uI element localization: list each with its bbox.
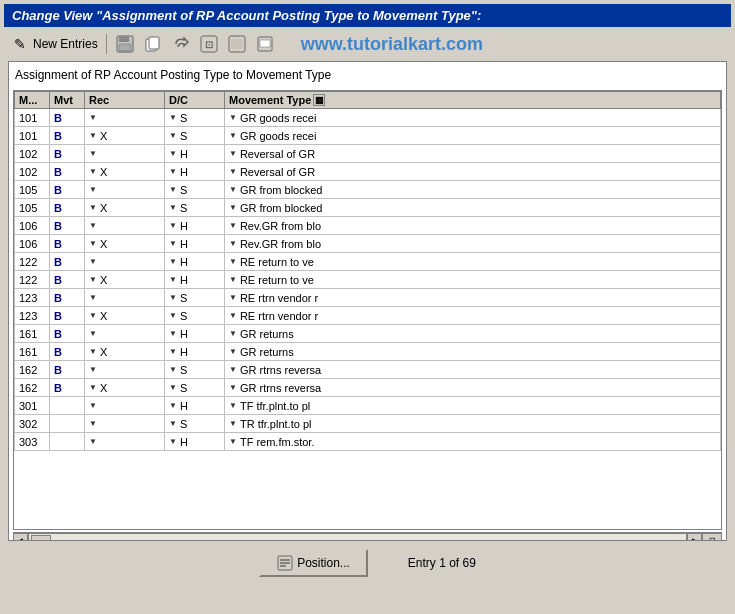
scroll-right-button[interactable]: ► [687, 533, 702, 541]
table-row[interactable]: 161B▼X▼H▼GR returns [15, 343, 721, 361]
scroll-track-h [28, 533, 687, 541]
cell-dc[interactable]: ▼H [165, 217, 225, 235]
cell-rec[interactable]: ▼ [85, 217, 165, 235]
cell-rec[interactable]: ▼ [85, 181, 165, 199]
cell-m: 101 [15, 127, 50, 145]
table-row[interactable]: 162B▼X▼S▼GR rtrns reversa [15, 379, 721, 397]
bottom-scrollbar[interactable]: ◄ ► ⊡ [13, 532, 722, 541]
cell-rec[interactable]: ▼ [85, 253, 165, 271]
cell-rec[interactable]: ▼ [85, 397, 165, 415]
cell-dc[interactable]: ▼S [165, 307, 225, 325]
toolbar-save-button[interactable] [113, 33, 137, 55]
cell-rec[interactable]: ▼X [85, 307, 165, 325]
table-row[interactable]: 303▼▼H▼TF rem.fm.stor. [15, 433, 721, 451]
cell-m: 123 [15, 289, 50, 307]
cell-dc[interactable]: ▼H [165, 271, 225, 289]
table-row[interactable]: 161B▼▼H▼GR returns [15, 325, 721, 343]
new-entries-button[interactable]: ✎ New Entries [8, 33, 100, 55]
toolbar-refresh-button[interactable]: ⊡ [197, 33, 221, 55]
cell-rec[interactable]: ▼ [85, 361, 165, 379]
cell-mvt: B [50, 343, 85, 361]
col-header-rec: Rec [85, 92, 165, 109]
cell-rec[interactable]: ▼X [85, 379, 165, 397]
table-row[interactable]: 102B▼X▼H▼Reversal of GR [15, 163, 721, 181]
cell-movtype: ▼TF tfr.plnt.to pl [225, 397, 721, 415]
main-panel: Assignment of RP Account Posting Type to… [8, 61, 727, 541]
cell-dc[interactable]: ▼H [165, 253, 225, 271]
cell-rec[interactable]: ▼ [85, 145, 165, 163]
cell-rec[interactable]: ▼ [85, 109, 165, 127]
cell-m: 101 [15, 109, 50, 127]
table-row[interactable]: 105B▼X▼S▼GR from blocked [15, 199, 721, 217]
scroll-left-button[interactable]: ◄ [13, 533, 28, 541]
table-row[interactable]: 105B▼▼S▼GR from blocked [15, 181, 721, 199]
toolbar-undo-button[interactable] [169, 33, 193, 55]
table-row[interactable]: 122B▼X▼H▼RE return to ve [15, 271, 721, 289]
toolbar-separator-1 [106, 34, 107, 54]
position-button[interactable]: Position... [259, 549, 368, 577]
cell-m: 123 [15, 307, 50, 325]
table-row[interactable]: 102B▼▼H▼Reversal of GR [15, 145, 721, 163]
cell-movtype: ▼TF rem.fm.stor. [225, 433, 721, 451]
new-entries-icon: ✎ [10, 34, 30, 54]
toolbar-print-button[interactable] [253, 33, 277, 55]
cell-rec[interactable]: ▼ [85, 433, 165, 451]
table-row[interactable]: 101B▼▼S▼GR goods recei [15, 109, 721, 127]
cell-m: 106 [15, 235, 50, 253]
col-settings-button[interactable]: ▦ [313, 94, 325, 106]
cell-movtype: ▼GR from blocked [225, 181, 721, 199]
table-row[interactable]: 123B▼X▼S▼RE rtrn vendor r [15, 307, 721, 325]
cell-mvt: B [50, 361, 85, 379]
cell-dc[interactable]: ▼H [165, 433, 225, 451]
cell-dc[interactable]: ▼S [165, 109, 225, 127]
cell-movtype: ▼GR returns [225, 325, 721, 343]
cell-mvt: B [50, 253, 85, 271]
table-row[interactable]: 162B▼▼S▼GR rtrns reversa [15, 361, 721, 379]
undo-icon [171, 34, 191, 54]
cell-dc[interactable]: ▼H [165, 145, 225, 163]
cell-mvt: B [50, 307, 85, 325]
cell-m: 161 [15, 343, 50, 361]
cell-dc[interactable]: ▼S [165, 181, 225, 199]
cell-dc[interactable]: ▼S [165, 415, 225, 433]
scroll-settings-button[interactable]: ⊡ [702, 533, 722, 541]
table-row[interactable]: 106B▼X▼H▼Rev.GR from blo [15, 235, 721, 253]
cell-rec[interactable]: ▼X [85, 235, 165, 253]
toolbar-info-button[interactable] [225, 33, 249, 55]
table-row[interactable]: 301▼▼H▼TF tfr.plnt.to pl [15, 397, 721, 415]
table-row[interactable]: 101B▼X▼S▼GR goods recei [15, 127, 721, 145]
cell-rec[interactable]: ▼X [85, 127, 165, 145]
cell-mvt: B [50, 271, 85, 289]
cell-m: 303 [15, 433, 50, 451]
cell-dc[interactable]: ▼H [165, 163, 225, 181]
cell-rec[interactable]: ▼ [85, 289, 165, 307]
cell-dc[interactable]: ▼S [165, 379, 225, 397]
cell-dc[interactable]: ▼H [165, 343, 225, 361]
toolbar-copy-button[interactable] [141, 33, 165, 55]
print-icon [255, 34, 275, 54]
cell-rec[interactable]: ▼X [85, 163, 165, 181]
svg-rect-10 [260, 40, 270, 47]
cell-dc[interactable]: ▼H [165, 325, 225, 343]
cell-dc[interactable]: ▼S [165, 289, 225, 307]
cell-rec[interactable]: ▼ [85, 325, 165, 343]
cell-dc[interactable]: ▼S [165, 361, 225, 379]
cell-m: 102 [15, 163, 50, 181]
cell-mvt: B [50, 109, 85, 127]
table-row[interactable]: 106B▼▼H▼Rev.GR from blo [15, 217, 721, 235]
cell-movtype: ▼RE return to ve [225, 271, 721, 289]
table-row[interactable]: 302▼▼S▼TR tfr.plnt.to pl [15, 415, 721, 433]
table-row[interactable]: 123B▼▼S▼RE rtrn vendor r [15, 289, 721, 307]
cell-dc[interactable]: ▼S [165, 127, 225, 145]
cell-dc[interactable]: ▼H [165, 397, 225, 415]
svg-rect-1 [119, 36, 129, 42]
table-row[interactable]: 122B▼▼H▼RE return to ve [15, 253, 721, 271]
cell-rec[interactable]: ▼X [85, 199, 165, 217]
cell-movtype: ▼GR rtrns reversa [225, 361, 721, 379]
cell-rec[interactable]: ▼X [85, 271, 165, 289]
cell-rec[interactable]: ▼ [85, 415, 165, 433]
cell-dc[interactable]: ▼S [165, 199, 225, 217]
cell-movtype: ▼RE return to ve [225, 253, 721, 271]
cell-dc[interactable]: ▼H [165, 235, 225, 253]
cell-rec[interactable]: ▼X [85, 343, 165, 361]
